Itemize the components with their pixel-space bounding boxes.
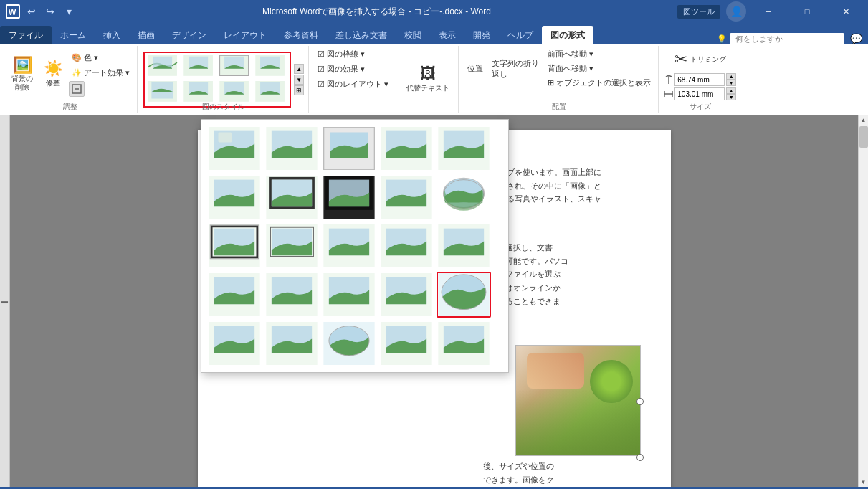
dp-style-22[interactable] (264, 321, 319, 366)
dp-style-21[interactable] (207, 321, 262, 366)
dp-style-20-selected[interactable] (437, 272, 491, 318)
dp-style-8[interactable] (322, 174, 376, 220)
dp-style-9[interactable] (379, 174, 434, 220)
tab-file[interactable]: ファイル (0, 26, 52, 44)
style-dropdown-panel (201, 119, 509, 373)
dp-style-12[interactable] (264, 223, 319, 269)
dp-style-6[interactable] (207, 174, 262, 220)
tab-developer[interactable]: 開発 (464, 26, 499, 44)
height-icon (664, 75, 673, 84)
bring-forward-button[interactable]: 前面へ移動 ▾ (545, 47, 654, 61)
gallery-down-button[interactable]: ▼ (294, 75, 304, 85)
tool-tab-label: 図ツール (677, 5, 720, 19)
tab-mailings[interactable]: 差し込み文書 (327, 26, 396, 44)
style-thumb-6[interactable] (182, 80, 218, 105)
dp-style-17[interactable] (264, 272, 319, 318)
style-thumb-4[interactable] (254, 54, 290, 79)
height-down[interactable]: ▼ (726, 80, 736, 86)
width-icon (664, 90, 673, 98)
tab-picture-format[interactable]: 図の形式 (542, 26, 593, 44)
gallery-up-button[interactable]: ▲ (294, 64, 304, 74)
dp-style-7[interactable] (264, 174, 319, 220)
search-input[interactable] (730, 33, 844, 44)
trim-button[interactable]: ✂ トリミング (670, 47, 730, 72)
dp-style-18[interactable] (322, 272, 376, 318)
height-input[interactable] (674, 73, 725, 86)
color-button[interactable]: 🎨 色 ▾ (69, 51, 133, 65)
tab-home[interactable]: ホーム (52, 26, 95, 44)
dp-style-24[interactable] (379, 321, 434, 366)
height-up[interactable]: ▲ (726, 73, 736, 80)
minimize-button[interactable]: ─ (752, 0, 785, 23)
width-input[interactable] (674, 87, 725, 100)
doc-text-right2: を選択し、文書 が可能です。パソコ るファイルを選ぶ ではオンラインか すること… (497, 241, 641, 308)
width-down[interactable]: ▼ (726, 94, 736, 100)
svg-text:W: W (9, 8, 16, 16)
ribbon-group-alt: 🖼 代替テキスト (398, 46, 459, 113)
resize-handle[interactable] (636, 398, 644, 405)
tab-design[interactable]: デザイン (163, 26, 215, 44)
dp-style-13[interactable] (322, 223, 376, 269)
customize-button[interactable]: ▾ (62, 4, 76, 19)
dp-style-4[interactable] (379, 125, 434, 171)
width-up[interactable]: ▲ (726, 87, 736, 94)
dp-style-19[interactable] (379, 272, 434, 318)
alt-text-button[interactable]: 🖼 代替テキスト (402, 62, 454, 96)
tab-review[interactable]: 校閲 (396, 26, 430, 44)
layout-button[interactable]: ☑ 図のレイアウト ▾ (315, 77, 391, 91)
style-thumb-1[interactable] (146, 54, 182, 79)
comments-icon[interactable]: 💬 (850, 33, 862, 44)
style-grid (207, 125, 502, 366)
art-effect-button[interactable]: ✨ アート効果 ▾ (69, 66, 133, 80)
dp-style-2[interactable] (264, 125, 319, 171)
dp-style-23[interactable] (322, 321, 376, 366)
undo-button[interactable]: ↩ (24, 4, 39, 19)
remove-bg-button[interactable]: 🖼️ 背景の削除 (7, 53, 37, 95)
tab-insert[interactable]: 挿入 (95, 26, 129, 44)
style-thumb-7[interactable] (218, 80, 254, 105)
redo-button[interactable]: ↪ (43, 4, 57, 19)
tab-view[interactable]: 表示 (430, 26, 464, 44)
dp-style-14[interactable] (379, 223, 434, 269)
scroll-thumb[interactable] (859, 126, 868, 148)
dp-style-3[interactable] (322, 125, 376, 171)
border-button[interactable]: ☑ 図の枠線 ▾ (315, 47, 368, 61)
title-bar-left: W ↩ ↪ ▾ (6, 4, 76, 19)
dp-style-10[interactable] (437, 174, 491, 220)
dp-style-11[interactable] (207, 223, 262, 269)
account-icon[interactable]: 👤 (726, 1, 746, 22)
style-gallery-ribbon (143, 52, 291, 108)
dp-style-16[interactable] (207, 272, 262, 318)
tab-layout[interactable]: レイアウト (215, 26, 275, 44)
tab-references[interactable]: 参考資料 (275, 26, 327, 44)
close-button[interactable]: ✕ (829, 0, 862, 23)
scroll-down-button[interactable]: ▼ (859, 478, 868, 487)
effects-button[interactable]: ☑ 図の効果 ▾ (315, 62, 368, 76)
select-objects-button[interactable]: ⊞ オブジェクトの選択と表示 (545, 76, 654, 90)
compress-button[interactable] (69, 81, 85, 97)
gallery-expand-button[interactable]: ⊞ (294, 85, 304, 95)
wrap-text-button[interactable]: 文字列の折り返し (489, 57, 542, 81)
tab-draw[interactable]: 描画 (129, 26, 163, 44)
ribbon-tabs: ファイル ホーム 挿入 描画 デザイン レイアウト 参考資料 差し込み文書 校閲… (0, 23, 868, 44)
scroll-up-button[interactable]: ▲ (859, 115, 868, 125)
size-group-label: サイズ (690, 100, 711, 112)
position-button[interactable]: 位置 (464, 62, 486, 75)
style-thumb-2[interactable] (182, 54, 218, 79)
dp-style-25[interactable] (437, 321, 491, 366)
dp-style-5[interactable] (437, 125, 491, 171)
style-thumb-8[interactable] (254, 80, 290, 105)
style-thumb-5[interactable] (146, 80, 182, 105)
vertical-ruler: ▐ (0, 115, 10, 487)
dp-style-15[interactable] (437, 223, 491, 269)
title-bar: W ↩ ↪ ▾ Microsoft Wordで画像を挿入する場合 - コピー-.… (0, 0, 868, 23)
tab-help[interactable]: ヘルプ (499, 26, 542, 44)
dp-style-1[interactable] (207, 125, 262, 171)
adjust-button[interactable]: ☀️ 修整 (39, 57, 67, 91)
style-thumb-3[interactable] (218, 54, 254, 79)
vertical-scrollbar[interactable]: ▲ ▼ (858, 115, 868, 487)
ribbon-group-styles: ▲ ▼ ⊞ 図のスタイル (139, 46, 309, 113)
maximize-button[interactable]: □ (791, 0, 824, 23)
send-back-button[interactable]: 背面へ移動 ▾ (545, 62, 654, 75)
remove-bg-icon: 🖼️ (13, 56, 32, 75)
